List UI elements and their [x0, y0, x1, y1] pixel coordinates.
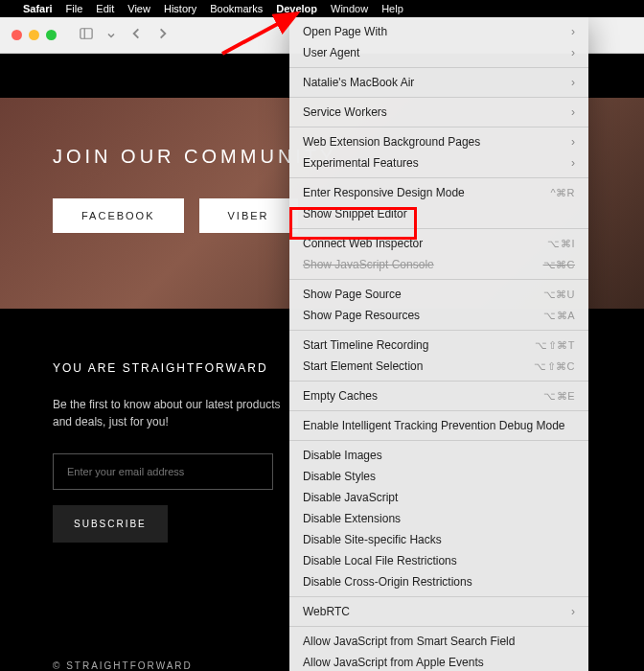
menu-disable-cors[interactable]: Disable Cross-Origin Restrictions: [289, 571, 588, 592]
menu-device[interactable]: Natalie's MacBook Air›: [289, 72, 588, 93]
menu-separator: [289, 626, 588, 627]
subscribe-button[interactable]: SUBSCRIBE: [53, 505, 168, 543]
menu-edit[interactable]: Edit: [96, 3, 114, 14]
email-field[interactable]: [53, 453, 273, 490]
menu-page-source[interactable]: Show Page Source⌥⌘U: [289, 284, 588, 305]
minimize-window-button[interactable]: [29, 30, 39, 40]
shortcut: ⌥⇧⌘T: [535, 337, 575, 353]
copyright-text: © STRAIGHTFORWARD: [53, 660, 193, 671]
shortcut: ^⌘R: [550, 185, 575, 200]
menu-bookmarks[interactable]: Bookmarks: [210, 3, 263, 14]
menu-help[interactable]: Help: [381, 3, 403, 14]
menu-allow-js-smart[interactable]: Allow JavaScript from Smart Search Field: [289, 631, 588, 652]
maximize-window-button[interactable]: [46, 30, 57, 40]
menu-window[interactable]: Window: [331, 3, 368, 14]
menu-separator: [289, 381, 588, 382]
menu-empty-caches[interactable]: Empty Caches⌥⌘E: [289, 385, 588, 406]
shortcut: ⌥⌘A: [543, 308, 575, 323]
shortcut: ⌥⌘I: [547, 236, 575, 251]
menu-separator: [289, 410, 588, 411]
menu-separator: [289, 127, 588, 127]
chevron-right-icon: ›: [571, 104, 575, 120]
shortcut: ⌥⌘U: [543, 287, 575, 302]
chevron-right-icon: ›: [571, 155, 575, 171]
menu-separator: [289, 596, 588, 597]
chevron-right-icon: ›: [571, 604, 575, 619]
menu-js-console[interactable]: Show JavaScript Console⌥⌘C: [289, 254, 588, 275]
menu-open-page-with[interactable]: Open Page With›: [289, 21, 588, 42]
menu-separator: [289, 97, 588, 98]
menu-itp-debug[interactable]: Enable Intelligent Tracking Prevention D…: [289, 415, 588, 436]
develop-dropdown-menu: Open Page With› User Agent› Natalie's Ma…: [289, 17, 588, 671]
chevron-down-icon[interactable]: [106, 27, 116, 44]
menu-element-selection[interactable]: Start Element Selection⌥⇧⌘C: [289, 356, 588, 377]
menu-view[interactable]: View: [127, 3, 150, 14]
chevron-right-icon: ›: [571, 45, 575, 60]
menu-file[interactable]: File: [66, 3, 83, 14]
menu-disable-hacks[interactable]: Disable Site-specific Hacks: [289, 529, 588, 550]
menu-experimental[interactable]: Experimental Features›: [289, 152, 588, 174]
menu-web-ext[interactable]: Web Extension Background Pages›: [289, 131, 588, 152]
shortcut: ⌥⌘C: [543, 257, 575, 272]
menu-separator: [289, 177, 588, 178]
menu-service-workers[interactable]: Service Workers›: [289, 102, 588, 123]
menu-page-resources[interactable]: Show Page Resources⌥⌘A: [289, 305, 588, 326]
menu-allow-js-events[interactable]: Allow JavaScript from Apple Events: [289, 652, 588, 671]
window-controls: [12, 30, 57, 40]
menu-history[interactable]: History: [164, 3, 196, 14]
shortcut: ⌥⌘E: [543, 388, 575, 404]
shortcut: ⌥⇧⌘C: [534, 359, 575, 374]
chevron-right-icon: ›: [571, 24, 575, 39]
app-name[interactable]: Safari: [23, 3, 53, 14]
menu-disable-styles[interactable]: Disable Styles: [289, 466, 588, 487]
menu-separator: [289, 228, 588, 229]
chevron-right-icon: ›: [571, 134, 575, 150]
svg-rect-0: [80, 28, 92, 38]
menu-disable-ext[interactable]: Disable Extensions: [289, 508, 588, 529]
menu-separator: [289, 67, 588, 68]
menu-disable-images[interactable]: Disable Images: [289, 445, 588, 466]
menu-responsive[interactable]: Enter Responsive Design Mode^⌘R: [289, 182, 588, 203]
close-window-button[interactable]: [12, 30, 22, 40]
footer-blurb: Be the first to know about our latest pr…: [53, 396, 302, 430]
forward-button[interactable]: [156, 27, 170, 44]
menu-separator: [289, 440, 588, 441]
menu-disable-local[interactable]: Disable Local File Restrictions: [289, 550, 588, 571]
menu-disable-js[interactable]: Disable JavaScript: [289, 487, 588, 508]
menu-separator: [289, 330, 588, 331]
facebook-button[interactable]: FACEBOOK: [53, 198, 184, 233]
sidebar-icon[interactable]: [80, 27, 93, 44]
menu-snippet[interactable]: Show Snippet Editor: [289, 203, 588, 224]
back-button[interactable]: [129, 27, 143, 44]
menu-separator: [289, 279, 588, 280]
macos-menubar: Safari File Edit View History Bookmarks …: [0, 0, 644, 17]
chevron-right-icon: ›: [571, 75, 575, 90]
menu-webrtc[interactable]: WebRTC›: [289, 601, 588, 622]
menu-timeline[interactable]: Start Timeline Recording⌥⇧⌘T: [289, 335, 588, 356]
menu-develop[interactable]: Develop: [276, 3, 317, 14]
menu-connect-inspector[interactable]: Connect Web Inspector⌥⌘I: [289, 233, 588, 254]
viber-button[interactable]: VIBER: [199, 198, 298, 233]
menu-user-agent[interactable]: User Agent›: [289, 42, 588, 63]
